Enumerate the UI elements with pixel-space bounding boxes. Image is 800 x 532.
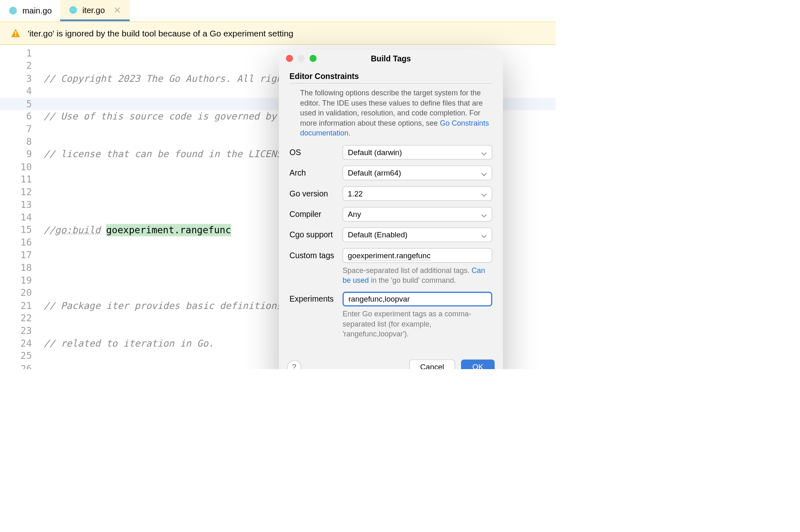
help-button[interactable]: ? — [287, 360, 301, 369]
minimize-window-icon[interactable] — [298, 55, 305, 62]
arch-select[interactable]: Default (arm64) — [343, 166, 493, 180]
customtags-label: Custom tags — [289, 251, 343, 260]
svg-rect-14 — [15, 35, 16, 36]
customtags-hint: Space-separated list of additional tags.… — [343, 266, 493, 286]
chevron-down-icon — [481, 212, 487, 217]
dialog-body: Editor Constraints The following options… — [279, 67, 503, 353]
chevron-down-icon — [481, 170, 487, 176]
section-title: Editor Constraints — [289, 72, 492, 84]
code-comment: // — [44, 224, 55, 235]
section-description: The following options describe the targe… — [289, 88, 492, 138]
code-comment: // related to iteration in Go. — [44, 338, 214, 349]
svg-rect-13 — [15, 31, 16, 34]
compiler-label: Compiler — [289, 210, 343, 219]
experiments-input[interactable]: rangefunc,loopvar — [343, 292, 493, 307]
dialog-titlebar[interactable]: Build Tags — [279, 50, 503, 67]
ok-button[interactable]: OK — [461, 359, 495, 369]
os-select[interactable]: Default (darwin) — [343, 145, 493, 160]
chevron-down-icon — [481, 232, 487, 238]
experiments-hint: Enter Go experiment tags as a comma-sepa… — [343, 309, 493, 339]
os-label: OS — [289, 148, 343, 157]
code-highlight: goexperiment.rangefunc — [106, 224, 231, 236]
line-numbers: 1234567891011121314151617181920212223242… — [0, 45, 44, 369]
warning-icon — [11, 28, 20, 38]
arch-label: Arch — [289, 169, 343, 178]
window-controls — [286, 55, 316, 62]
tab-bar: main.go iter.go — [0, 0, 556, 23]
svg-point-4 — [14, 10, 15, 11]
go-file-icon — [68, 5, 78, 14]
tab-label: iter.go — [82, 5, 105, 14]
svg-point-3 — [11, 10, 12, 11]
chevron-down-icon — [481, 150, 487, 156]
cgo-select[interactable]: Default (Enabled) — [343, 228, 493, 242]
tab-label: main.go — [23, 6, 52, 15]
tab-iter-go[interactable]: iter.go — [60, 0, 130, 21]
warning-text: 'iter.go' is ignored by the build tool b… — [28, 29, 294, 38]
chevron-down-icon — [481, 191, 487, 196]
svg-point-0 — [9, 7, 17, 15]
code-directive: go:build — [55, 224, 100, 235]
goversion-select[interactable]: 1.22 — [343, 187, 493, 201]
go-file-icon — [8, 6, 18, 15]
customtags-input[interactable]: goexperiment.rangefunc — [343, 248, 493, 263]
dialog-footer: ? Cancel OK — [279, 354, 503, 369]
svg-point-9 — [74, 9, 75, 9]
maximize-window-icon[interactable] — [310, 55, 316, 62]
experiments-label: Experiments — [289, 295, 343, 304]
close-window-icon[interactable] — [286, 55, 293, 62]
close-icon[interactable] — [113, 6, 121, 14]
tab-main-go[interactable]: main.go — [0, 0, 60, 21]
build-tags-dialog: Build Tags Editor Constraints The follow… — [279, 50, 503, 369]
warning-banner: 'iter.go' is ignored by the build tool b… — [0, 23, 556, 45]
compiler-select[interactable]: Any — [343, 207, 493, 222]
cancel-button[interactable]: Cancel — [409, 359, 455, 369]
cgo-label: Cgo support — [289, 231, 343, 240]
svg-point-8 — [71, 9, 72, 9]
svg-point-5 — [69, 6, 77, 14]
goversion-label: Go version — [289, 189, 343, 198]
